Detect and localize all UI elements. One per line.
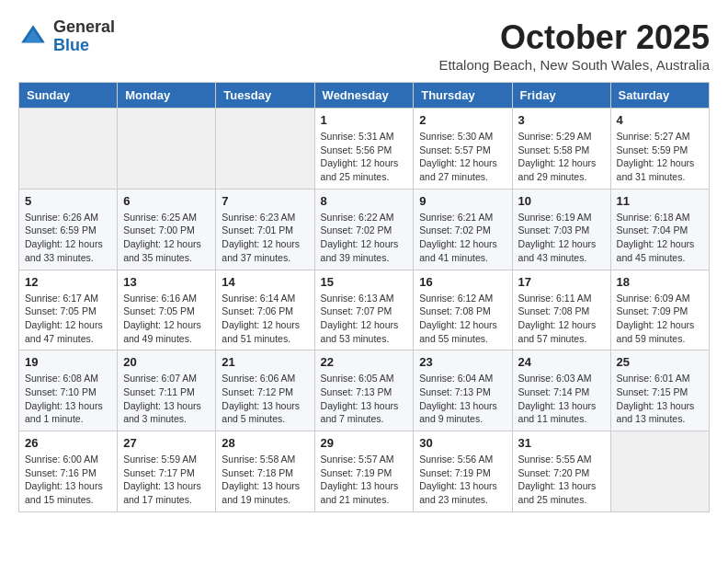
day-cell: 21 Sunrise: 6:06 AMSunset: 7:12 PMDaylig… <box>216 350 314 431</box>
day-number: 21 <box>222 355 308 369</box>
day-number: 31 <box>518 436 605 450</box>
day-cell: 12 Sunrise: 6:17 AMSunset: 7:05 PMDaylig… <box>19 270 118 350</box>
day-cell: 22 Sunrise: 6:05 AMSunset: 7:13 PMDaylig… <box>314 350 414 431</box>
day-cell: 27 Sunrise: 5:59 AMSunset: 7:17 PMDaylig… <box>118 431 216 512</box>
day-info: Sunrise: 6:19 AMSunset: 7:03 PMDaylight:… <box>518 211 605 265</box>
day-cell: 6 Sunrise: 6:25 AMSunset: 7:00 PMDayligh… <box>118 189 216 270</box>
day-cell: 1 Sunrise: 5:31 AMSunset: 5:56 PMDayligh… <box>314 109 414 190</box>
day-cell: 23 Sunrise: 6:04 AMSunset: 7:13 PMDaylig… <box>414 350 512 431</box>
day-cell <box>216 109 314 190</box>
day-number: 15 <box>321 275 408 289</box>
day-info: Sunrise: 6:13 AMSunset: 7:07 PMDaylight:… <box>321 292 408 346</box>
day-info: Sunrise: 6:22 AMSunset: 7:02 PMDaylight:… <box>321 211 408 265</box>
day-number: 8 <box>321 194 408 208</box>
week-row-2: 5 Sunrise: 6:26 AMSunset: 6:59 PMDayligh… <box>19 189 710 270</box>
day-number: 2 <box>419 113 506 127</box>
weekday-header-sunday: Sunday <box>19 83 118 109</box>
weekday-header-thursday: Thursday <box>414 83 512 109</box>
day-info: Sunrise: 6:09 AMSunset: 7:09 PMDaylight:… <box>617 292 703 346</box>
day-cell: 11 Sunrise: 6:18 AMSunset: 7:04 PMDaylig… <box>610 189 709 270</box>
day-info: Sunrise: 5:58 AMSunset: 7:18 PMDaylight:… <box>222 453 308 507</box>
day-info: Sunrise: 6:04 AMSunset: 7:13 PMDaylight:… <box>419 372 506 426</box>
logo-icon <box>18 22 48 52</box>
day-cell: 3 Sunrise: 5:29 AMSunset: 5:58 PMDayligh… <box>512 109 610 190</box>
day-info: Sunrise: 5:30 AMSunset: 5:57 PMDaylight:… <box>419 130 506 184</box>
weekday-header-friday: Friday <box>512 83 610 109</box>
day-cell: 9 Sunrise: 6:21 AMSunset: 7:02 PMDayligh… <box>414 189 512 270</box>
day-number: 29 <box>321 436 408 450</box>
day-info: Sunrise: 5:29 AMSunset: 5:58 PMDaylight:… <box>518 130 605 184</box>
week-row-4: 19 Sunrise: 6:08 AMSunset: 7:10 PMDaylig… <box>19 350 710 431</box>
day-cell: 24 Sunrise: 6:03 AMSunset: 7:14 PMDaylig… <box>512 350 610 431</box>
day-number: 1 <box>321 113 408 127</box>
day-cell <box>118 109 216 190</box>
day-number: 7 <box>222 194 308 208</box>
day-cell: 25 Sunrise: 6:01 AMSunset: 7:15 PMDaylig… <box>610 350 709 431</box>
weekday-header-saturday: Saturday <box>610 83 709 109</box>
day-cell: 14 Sunrise: 6:14 AMSunset: 7:06 PMDaylig… <box>216 270 314 350</box>
day-cell: 31 Sunrise: 5:55 AMSunset: 7:20 PMDaylig… <box>512 431 610 512</box>
day-cell: 10 Sunrise: 6:19 AMSunset: 7:03 PMDaylig… <box>512 189 610 270</box>
day-cell: 13 Sunrise: 6:16 AMSunset: 7:05 PMDaylig… <box>118 270 216 350</box>
day-cell <box>19 109 118 190</box>
day-cell: 19 Sunrise: 6:08 AMSunset: 7:10 PMDaylig… <box>19 350 118 431</box>
day-number: 27 <box>123 436 210 450</box>
day-number: 18 <box>617 275 703 289</box>
day-cell: 7 Sunrise: 6:23 AMSunset: 7:01 PMDayligh… <box>216 189 314 270</box>
month-title: October 2025 <box>438 18 710 57</box>
day-info: Sunrise: 6:06 AMSunset: 7:12 PMDaylight:… <box>222 372 308 426</box>
day-info: Sunrise: 5:57 AMSunset: 7:19 PMDaylight:… <box>321 453 408 507</box>
day-info: Sunrise: 5:31 AMSunset: 5:56 PMDaylight:… <box>321 130 408 184</box>
weekday-header-row: SundayMondayTuesdayWednesdayThursdayFrid… <box>19 83 710 109</box>
day-number: 26 <box>25 436 111 450</box>
logo: General Blue <box>18 18 115 55</box>
day-info: Sunrise: 6:01 AMSunset: 7:15 PMDaylight:… <box>617 372 703 426</box>
day-info: Sunrise: 5:55 AMSunset: 7:20 PMDaylight:… <box>518 453 605 507</box>
day-info: Sunrise: 6:23 AMSunset: 7:01 PMDaylight:… <box>222 211 308 265</box>
day-info: Sunrise: 6:00 AMSunset: 7:16 PMDaylight:… <box>25 453 111 507</box>
page-header: General Blue October 2025 Ettalong Beach… <box>18 18 710 73</box>
day-cell: 28 Sunrise: 5:58 AMSunset: 7:18 PMDaylig… <box>216 431 314 512</box>
day-cell: 4 Sunrise: 5:27 AMSunset: 5:59 PMDayligh… <box>610 109 709 190</box>
day-info: Sunrise: 6:12 AMSunset: 7:08 PMDaylight:… <box>419 292 506 346</box>
day-cell: 17 Sunrise: 6:11 AMSunset: 7:08 PMDaylig… <box>512 270 610 350</box>
day-cell: 15 Sunrise: 6:13 AMSunset: 7:07 PMDaylig… <box>314 270 414 350</box>
day-cell: 30 Sunrise: 5:56 AMSunset: 7:19 PMDaylig… <box>414 431 512 512</box>
day-info: Sunrise: 6:25 AMSunset: 7:00 PMDaylight:… <box>123 211 210 265</box>
day-info: Sunrise: 6:07 AMSunset: 7:11 PMDaylight:… <box>123 372 210 426</box>
day-number: 17 <box>518 275 605 289</box>
day-number: 19 <box>25 355 111 369</box>
day-cell: 2 Sunrise: 5:30 AMSunset: 5:57 PMDayligh… <box>414 109 512 190</box>
day-number: 11 <box>617 194 703 208</box>
day-cell: 26 Sunrise: 6:00 AMSunset: 7:16 PMDaylig… <box>19 431 118 512</box>
day-number: 5 <box>25 194 111 208</box>
weekday-header-wednesday: Wednesday <box>314 83 414 109</box>
day-number: 6 <box>123 194 210 208</box>
day-info: Sunrise: 5:56 AMSunset: 7:19 PMDaylight:… <box>419 453 506 507</box>
day-info: Sunrise: 6:26 AMSunset: 6:59 PMDaylight:… <box>25 211 111 265</box>
day-number: 4 <box>617 113 703 127</box>
logo-general: General <box>53 18 115 37</box>
day-info: Sunrise: 6:11 AMSunset: 7:08 PMDaylight:… <box>518 292 605 346</box>
day-number: 28 <box>222 436 308 450</box>
day-number: 22 <box>321 355 408 369</box>
day-info: Sunrise: 6:21 AMSunset: 7:02 PMDaylight:… <box>419 211 506 265</box>
day-number: 16 <box>419 275 506 289</box>
day-number: 10 <box>518 194 605 208</box>
weekday-header-tuesday: Tuesday <box>216 83 314 109</box>
week-row-3: 12 Sunrise: 6:17 AMSunset: 7:05 PMDaylig… <box>19 270 710 350</box>
day-info: Sunrise: 6:03 AMSunset: 7:14 PMDaylight:… <box>518 372 605 426</box>
weekday-header-monday: Monday <box>118 83 216 109</box>
logo-text: General Blue <box>53 18 115 55</box>
day-number: 14 <box>222 275 308 289</box>
day-info: Sunrise: 6:16 AMSunset: 7:05 PMDaylight:… <box>123 292 210 346</box>
day-cell: 8 Sunrise: 6:22 AMSunset: 7:02 PMDayligh… <box>314 189 414 270</box>
day-cell: 16 Sunrise: 6:12 AMSunset: 7:08 PMDaylig… <box>414 270 512 350</box>
day-info: Sunrise: 5:27 AMSunset: 5:59 PMDaylight:… <box>617 130 703 184</box>
day-number: 30 <box>419 436 506 450</box>
day-cell: 29 Sunrise: 5:57 AMSunset: 7:19 PMDaylig… <box>314 431 414 512</box>
day-cell: 20 Sunrise: 6:07 AMSunset: 7:11 PMDaylig… <box>118 350 216 431</box>
day-info: Sunrise: 6:05 AMSunset: 7:13 PMDaylight:… <box>321 372 408 426</box>
day-number: 13 <box>123 275 210 289</box>
week-row-5: 26 Sunrise: 6:00 AMSunset: 7:16 PMDaylig… <box>19 431 710 512</box>
